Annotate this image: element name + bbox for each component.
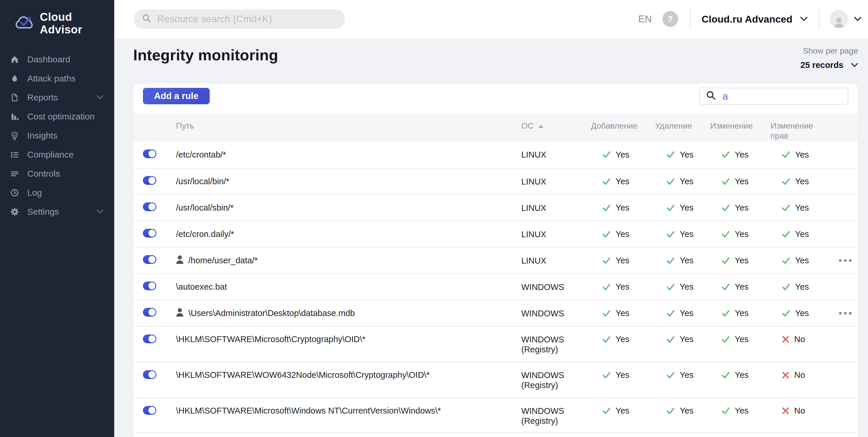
row-menu-icon[interactable] <box>838 257 853 264</box>
language-switcher[interactable]: EN <box>639 13 652 25</box>
sidebar-item-insights[interactable]: Insights <box>0 126 114 145</box>
yes-label: Yes <box>616 229 629 239</box>
yes-label: Yes <box>616 177 629 186</box>
yes-label: Yes <box>795 177 809 186</box>
rule-os: WINDOWS <box>521 406 591 416</box>
check-icon <box>666 335 675 344</box>
rule-os-note: (Registry) <box>521 380 591 390</box>
yes-label: Yes <box>616 370 629 380</box>
sidebar-item-reports[interactable]: Reports <box>0 88 114 107</box>
per-page-control: Show per page 25 records <box>800 46 858 70</box>
yes-label: Yes <box>680 370 693 380</box>
rules-filter-input[interactable] <box>722 91 841 102</box>
table-header: ПутьОСДобавлениеУдалениеИзменениеИзменен… <box>133 113 858 142</box>
check-icon <box>721 407 730 415</box>
yes-label: Yes <box>795 282 809 292</box>
no-label: No <box>794 370 805 380</box>
check-icon <box>666 230 675 239</box>
account-name: Cloud.ru Advanced <box>702 13 793 25</box>
table-body: /etc/crontab/*LINUXYesYesYesYes/usr/loca… <box>133 142 858 433</box>
chevron-down-icon <box>851 63 858 67</box>
check-icon <box>721 256 730 265</box>
check-icon <box>721 230 730 239</box>
rule-path: \Users\Administrator\Desktop\database.md… <box>188 308 355 318</box>
check-icon <box>666 204 675 212</box>
rule-os: WINDOWS <box>521 370 591 380</box>
divider <box>819 10 819 28</box>
rule-os-note: (Registry) <box>521 416 591 426</box>
profile-menu[interactable] <box>830 10 862 28</box>
rule-os: LINUX <box>521 256 591 266</box>
sidebar-item-cost-optimization[interactable]: Cost optimization <box>0 107 114 126</box>
check-icon <box>721 150 730 159</box>
table-toolbar: Add a rule <box>133 87 858 105</box>
cross-icon <box>782 407 789 415</box>
check-icon <box>782 230 790 239</box>
yes-label: Yes <box>735 370 748 380</box>
yes-label: Yes <box>616 406 629 416</box>
check-icon <box>666 177 675 186</box>
sidebar-item-compliance[interactable]: Compliance <box>0 145 114 164</box>
per-page-current: 25 records <box>800 60 843 70</box>
table-row: /home/user_data/*LINUXYesYesYesYes <box>133 247 858 273</box>
rule-enabled-toggle[interactable] <box>143 281 156 290</box>
check-icon <box>721 283 730 291</box>
rule-os: WINDOWS <box>521 282 591 292</box>
resource-search-input[interactable] <box>157 13 337 25</box>
column-header-ос[interactable]: ОС <box>521 121 591 131</box>
table-row: /usr/local/bin/*LINUXYesYesYesYes <box>133 168 858 194</box>
yes-label: Yes <box>735 406 748 416</box>
yes-label: Yes <box>795 229 809 239</box>
check-icon <box>602 283 611 291</box>
sidebar-item-label: Compliance <box>27 150 73 160</box>
help-icon[interactable]: ? <box>662 11 678 27</box>
sidebar-item-settings[interactable]: Settings <box>0 202 114 221</box>
global-search <box>134 9 345 29</box>
rule-enabled-toggle[interactable] <box>143 406 156 415</box>
search-icon <box>706 91 716 102</box>
account-dropdown[interactable]: Cloud.ru Advanced <box>702 13 808 25</box>
sidebar-nav: DashboardAttack pathsReportsCost optimiz… <box>0 38 114 221</box>
rule-enabled-toggle[interactable] <box>143 202 156 211</box>
rule-enabled-toggle[interactable] <box>143 149 156 158</box>
rule-enabled-toggle[interactable] <box>143 176 156 185</box>
brand-logo: Cloud Advisor <box>0 0 114 38</box>
user-icon <box>176 308 184 319</box>
table-row: \HKLM\SOFTWARE\WOW6432Node\Microsoft\Cry… <box>133 362 858 398</box>
add-rule-button[interactable]: Add a rule <box>143 88 210 104</box>
gear-icon <box>10 207 19 216</box>
row-menu-icon[interactable] <box>838 310 853 317</box>
sidebar-item-log[interactable]: Log <box>0 183 114 202</box>
yes-label: Yes <box>680 150 693 160</box>
main-content: Integrity monitoring Show per page 25 re… <box>114 38 868 437</box>
per-page-select[interactable]: 25 records <box>800 60 858 70</box>
check-icon <box>721 204 730 212</box>
rule-enabled-toggle[interactable] <box>143 335 156 343</box>
column-header-удаление: Удаление <box>655 121 710 131</box>
rule-enabled-toggle[interactable] <box>143 255 156 264</box>
check-icon <box>782 283 790 291</box>
yes-label: Yes <box>680 203 693 213</box>
yes-label: Yes <box>616 150 629 160</box>
topbar-right: EN ? Cloud.ru Advanced <box>639 10 862 28</box>
rule-enabled-toggle[interactable] <box>143 308 156 317</box>
rule-enabled-toggle[interactable] <box>143 370 156 379</box>
rule-path: \HKLM\SOFTWARE\Microsoft\Cryptography\OI… <box>176 335 366 344</box>
rule-os: LINUX <box>521 229 591 239</box>
lightbulb-icon <box>10 131 19 140</box>
sidebar-item-dashboard[interactable]: Dashboard <box>0 50 114 69</box>
table-row: \HKLM\SOFTWARE\Microsoft\Cryptography\OI… <box>133 326 858 362</box>
sort-asc-icon <box>538 125 544 128</box>
sidebar-item-label: Attack paths <box>27 73 75 84</box>
yes-label: Yes <box>680 282 693 292</box>
sidebar-item-label: Controls <box>27 169 60 179</box>
rule-enabled-toggle[interactable] <box>143 229 156 238</box>
yes-label: Yes <box>680 335 693 344</box>
sidebar-item-attack-paths[interactable]: Attack paths <box>0 69 114 88</box>
sidebar-item-controls[interactable]: Controls <box>0 164 114 183</box>
column-header-добавление: Добавление <box>591 121 655 131</box>
sidebar-item-label: Log <box>27 188 42 198</box>
avatar <box>830 10 848 28</box>
check-icon <box>782 256 790 265</box>
rule-path: \HKLM\SOFTWARE\Microsoft\Windows NT\Curr… <box>176 406 441 416</box>
